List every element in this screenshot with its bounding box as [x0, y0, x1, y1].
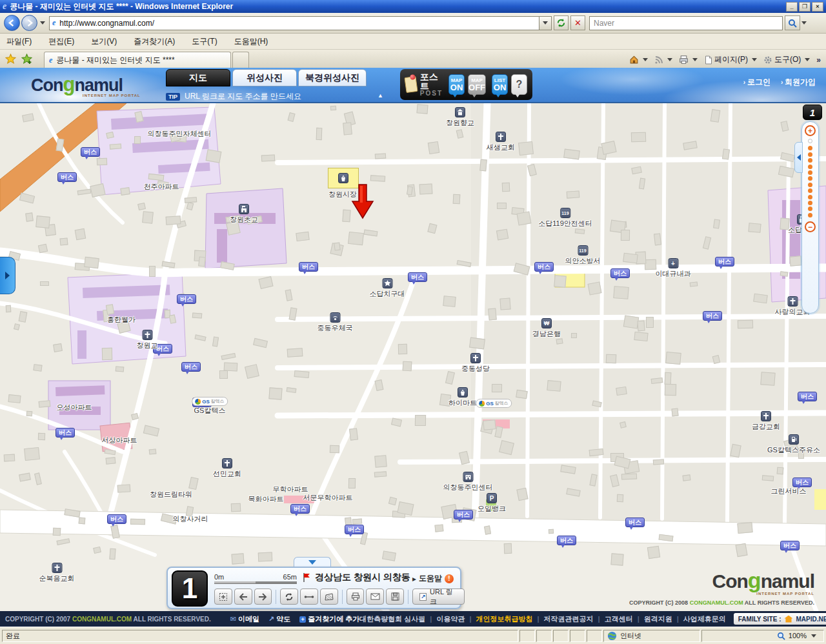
footer-link[interactable]: 이용약관 — [436, 614, 465, 624]
building — [499, 440, 514, 455]
feeds-button[interactable] — [654, 55, 663, 65]
poi-label: GS칼텍스주유소 — [767, 445, 820, 455]
bus-stop-marker: 버스 — [408, 272, 427, 282]
search-options-dropdown[interactable] — [801, 21, 807, 25]
rss-icon — [654, 55, 663, 65]
footer-link[interactable]: 고객센터 — [605, 614, 633, 624]
list-on-button[interactable]: LISTON — [492, 74, 508, 95]
family-site-badge[interactable]: FAMILY SITE : MAPID.NET — [734, 613, 826, 625]
menu-favorites[interactable]: 즐겨찾기(A) — [134, 36, 175, 47]
search-button[interactable] — [785, 15, 800, 30]
forward-button[interactable] — [21, 15, 37, 31]
new-tab-stub[interactable] — [232, 52, 249, 68]
panel-expand-tab-left[interactable] — [0, 257, 15, 294]
zoom-step-dot[interactable] — [808, 158, 812, 163]
site-logo[interactable]: Congnamul — [31, 73, 123, 96]
feeds-dropdown[interactable] — [667, 58, 672, 61]
zoom-step-dot[interactable] — [808, 165, 812, 169]
zoom-in-button[interactable]: + — [805, 125, 816, 136]
email-link[interactable]: ✉이메일 — [230, 614, 259, 624]
building — [497, 203, 507, 209]
map-poi: GS칼텍스 — [476, 399, 512, 408]
add-favorite-link[interactable]: +즐겨찾기에 추가 — [299, 614, 359, 624]
menu-help[interactable]: 도움말(H) — [234, 36, 268, 47]
login-link[interactable]: 로그인 — [743, 77, 771, 88]
zoom-step-dot[interactable] — [808, 183, 812, 187]
menu-tools[interactable]: 도구(T) — [192, 36, 217, 47]
overflow-chevron[interactable]: » — [816, 55, 821, 65]
zoom-step-dot[interactable] — [808, 206, 812, 211]
zoom-step-dot[interactable] — [808, 170, 812, 175]
history-dropdown[interactable] — [40, 21, 45, 25]
minimize-button[interactable]: _ — [786, 2, 798, 12]
tab-map[interactable]: 지도 — [166, 69, 230, 86]
stop-button[interactable]: ✕ — [570, 15, 585, 30]
map-canvas[interactable]: 의창동주민자체센터천주아파트창원초교창원향교새샘교회119소답119안전센터11… — [0, 103, 826, 611]
toolbar-collapse-tab[interactable] — [294, 557, 331, 567]
tab-beijing-satellite[interactable]: 북경위성사진 — [298, 69, 367, 86]
signup-link[interactable]: 회원가입 — [781, 77, 816, 88]
refresh-button[interactable] — [554, 15, 569, 30]
url-field[interactable]: e http://www.congnamul.com/ — [49, 16, 539, 30]
footer-link[interactable]: 원격지원 — [644, 614, 672, 624]
zoom-step-dot[interactable] — [808, 176, 812, 181]
building — [149, 266, 156, 277]
restore-button[interactable]: ❐ — [799, 2, 811, 12]
refresh-map-button[interactable] — [280, 589, 298, 605]
url-dropdown-button[interactable] — [539, 16, 552, 30]
zoom-dropdown[interactable] — [811, 634, 816, 638]
home-button[interactable] — [629, 55, 639, 65]
add-favorite-icon[interactable] — [21, 54, 32, 65]
page-dropdown[interactable] — [752, 58, 757, 61]
tab-satellite[interactable]: 위성사진 — [232, 69, 297, 86]
menu-file[interactable]: 파일(F) — [6, 36, 32, 47]
page-menu-button[interactable]: 페이지(P) — [704, 54, 748, 65]
close-button[interactable]: × — [812, 2, 823, 12]
url-link-button[interactable]: ↗ URL 링크 — [412, 589, 465, 605]
pan-left-button[interactable] — [234, 589, 252, 605]
panel-collapse-tab-right[interactable] — [794, 142, 803, 173]
building — [516, 487, 528, 501]
search-input[interactable]: Naver — [589, 16, 783, 30]
collapse-arrow[interactable]: ▲ — [378, 92, 383, 99]
map-on-button[interactable]: MAPON — [448, 74, 465, 95]
save-map-button[interactable] — [386, 589, 404, 605]
footer-link[interactable]: 대한측량협회 심사필 — [359, 614, 425, 624]
zoom-indicator[interactable]: 100% — [701, 630, 824, 642]
footer-link[interactable]: 개인정보취급방침 — [476, 614, 532, 624]
map-off-button[interactable]: MAPOFF — [468, 74, 486, 95]
tools-menu-button[interactable]: 도구(O) — [763, 54, 801, 65]
print-map-button[interactable] — [347, 589, 365, 605]
footer-link[interactable]: 저작권관련공지 — [544, 614, 594, 624]
pan-right-button[interactable] — [254, 589, 272, 605]
zoom-out-button[interactable]: − — [805, 221, 816, 232]
zoom-step-dot[interactable] — [808, 188, 812, 193]
back-button[interactable] — [4, 15, 20, 31]
building — [419, 183, 432, 194]
menu-edit[interactable]: 편집(E) — [48, 36, 74, 47]
building — [610, 474, 619, 487]
tools-dropdown[interactable] — [805, 58, 810, 61]
help-link[interactable]: ▸도움말! — [412, 573, 454, 584]
zoom-step-dot[interactable] — [808, 201, 812, 205]
zoom-step-dot[interactable] — [808, 195, 812, 199]
print-dropdown[interactable] — [692, 58, 698, 61]
zoom-step-dot[interactable] — [808, 146, 812, 150]
zoom-step-dot[interactable] — [808, 152, 812, 157]
menu-view[interactable]: 보기(V) — [91, 36, 117, 47]
home-dropdown[interactable] — [643, 58, 648, 61]
print-button[interactable] — [679, 55, 689, 65]
measure-area-button[interactable] — [320, 589, 338, 605]
sketch-map-link[interactable]: ↗약도 — [268, 614, 290, 624]
footer-link[interactable]: 사업제휴문의 — [683, 614, 726, 624]
measure-distance-button[interactable] — [300, 589, 318, 605]
building — [777, 467, 784, 474]
building — [634, 332, 648, 341]
help-bubble-button[interactable]: ? — [511, 74, 527, 95]
email-map-button[interactable] — [366, 589, 384, 605]
browser-tab[interactable]: e 콩나물 - 재미있는 인터넷 지도 **** — [44, 52, 231, 68]
zoom-slider[interactable]: + − — [801, 121, 819, 314]
favorites-star-icon[interactable] — [5, 54, 16, 65]
zoom-step-dot[interactable] — [808, 213, 812, 217]
zoom-select-button[interactable] — [214, 589, 232, 605]
